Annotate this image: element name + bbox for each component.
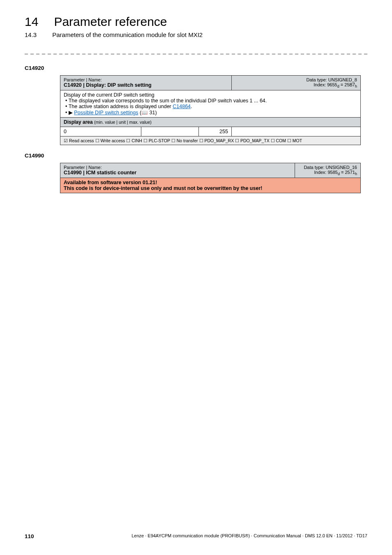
code-heading-c14920: C14920 (25, 65, 367, 71)
index-sub2: h (355, 84, 357, 88)
page-header: 14 Parameter reference 14.3 Parameters o… (25, 0, 367, 38)
section-title: Parameters of the communication module f… (52, 31, 203, 38)
param-code-name: C14920 | Display: DIP switch setting (64, 82, 228, 88)
data-type-cell: Data type: UNSIGNED_16 Index: 9585d = 25… (295, 163, 361, 178)
param-name-cell: Parameter | Name: C14990 | ICM statistic… (60, 163, 295, 178)
desc-b2-post: . (191, 104, 192, 109)
link-dip-switch-settings[interactable]: Possible DIP switch settings (74, 110, 138, 116)
index-mid: = 25B7 (339, 82, 355, 87)
param-code-name: C14990 | ICM statistic counter (64, 170, 291, 176)
section-number: 14.3 (25, 31, 37, 38)
display-area-sub: (min. value | unit | max. value) (94, 120, 152, 125)
divider (25, 54, 367, 54)
param-table-c14920: Parameter | Name: C14920 | Display: DIP … (60, 75, 361, 145)
description-cell: Display of the current DIP switch settin… (60, 90, 361, 118)
index-pre: Index: 9655 (314, 82, 337, 87)
data-type-line: Data type: UNSIGNED_16 (298, 165, 357, 170)
unit-cell (141, 127, 199, 136)
display-area-label: Display area (64, 119, 94, 125)
param-table-c14990: Parameter | Name: C14990 | ICM statistic… (60, 163, 361, 193)
warning-line-2: This code is for device-internal use onl… (64, 185, 357, 191)
index-sub2: h (355, 172, 357, 176)
chapter-title: Parameter reference (54, 15, 167, 29)
desc-bullet-3: ▶ Possible DIP switch settings (📖 31) (65, 109, 357, 116)
index-line: Index: 9585d = 2571h (298, 170, 357, 176)
chapter-number: 14 (25, 15, 38, 29)
param-label: Parameter | Name: (64, 77, 228, 82)
param-label: Parameter | Name: (64, 165, 291, 170)
desc-line1: Display of the current DIP switch settin… (64, 92, 357, 98)
empty-cell (231, 127, 360, 136)
desc-b3-paren: ( (138, 110, 141, 116)
param-name-cell: Parameter | Name: C14920 | Display: DIP … (60, 76, 232, 90)
index-mid: = 2571 (340, 170, 355, 175)
display-area-header: Display area (min. value | unit | max. v… (60, 118, 361, 127)
index-pre: Index: 9585 (314, 170, 338, 175)
desc-b2-pre: The active station address is displayed … (69, 104, 173, 109)
desc-b3-post: 31) (148, 110, 157, 116)
index-line: Index: 9655d = 25B7h (235, 82, 357, 88)
data-type-cell: Data type: UNSIGNED_8 Index: 9655d = 25B… (231, 76, 360, 90)
code-heading-c14990: C14990 (25, 153, 367, 159)
link-c14864[interactable]: C14864 (173, 104, 191, 109)
page-number: 110 (25, 533, 34, 539)
desc-bullet-1: The displayed value corresponds to the s… (65, 98, 357, 104)
data-type-line: Data type: UNSIGNED_8 (235, 77, 357, 82)
min-value-cell: 0 (60, 127, 141, 136)
access-flags-row: ☑ Read access ☐ Write access ☐ CINH ☐ PL… (60, 136, 361, 145)
footer-citation: Lenze · E94AYCPM communication module (P… (131, 533, 367, 539)
max-value-cell: 255 (198, 127, 231, 136)
warning-line-1: Available from software version 01.21! (64, 180, 357, 185)
warning-cell: Available from software version 01.21! T… (60, 178, 361, 193)
desc-bullet-2: The active station address is displayed … (65, 104, 357, 109)
page-footer: 110 Lenze · E94AYCPM communication modul… (25, 533, 367, 539)
arrow-icon: ▶ (69, 110, 73, 116)
book-icon: 📖 (141, 110, 148, 116)
